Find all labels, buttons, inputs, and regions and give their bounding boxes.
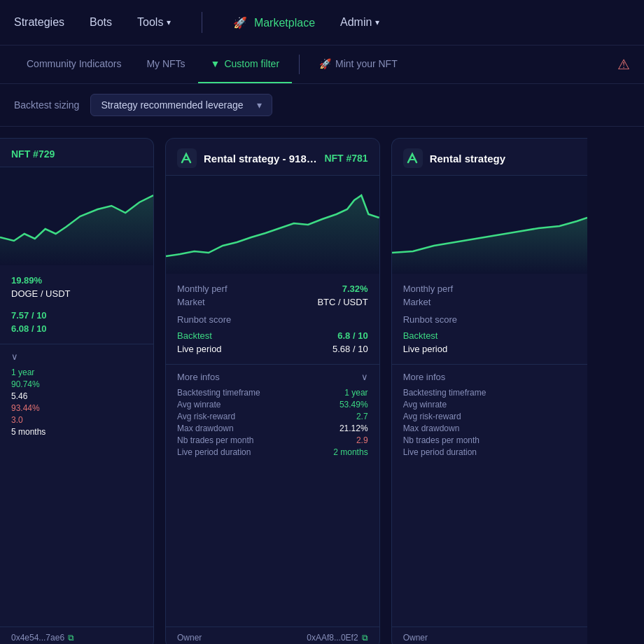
tools-chevron-icon: ▾ [167,18,171,27]
svg-marker-0 [0,195,153,265]
tab-custom-filter[interactable]: ▼ Custom filter [198,46,292,83]
nav-marketplace[interactable]: 🚀 Marketplace [233,16,315,29]
tab-my-nfts[interactable]: My NFTs [134,46,197,83]
left-more-infos-toggle[interactable]: ∨ [0,344,153,368]
center-trades-value: 2.9 [356,435,368,445]
center-owner-address: 0xAAf8...0Ef2 ⧉ [307,633,368,643]
center-runbot-label: Runbot score [177,314,368,325]
left-drawdown: 93.44% [11,403,40,413]
left-stats: 19.89% DOGE / USDT 7.57 / 10 6.08 / 10 [0,265,153,344]
left-copy-icon[interactable]: ⧉ [68,633,74,643]
left-more-infos-body: 1 year 90.74% 5.46 93.44% 3.0 5 months [0,368,153,444]
card-left-header: NFT #729 [0,139,153,167]
warning-icon: ⚠ [617,56,630,73]
left-nft-badge: NFT #729 [11,148,55,160]
nav-bots[interactable]: Bots [90,16,112,29]
admin-chevron-icon: ▾ [375,18,379,27]
left-more-infos-chevron-icon: ∨ [11,351,18,362]
center-more-infos-chevron-icon: ∨ [361,372,368,382]
nav-links: Strategies Bots Tools ▾ 🚀 Marketplace Ad… [14,12,630,33]
mint-rocket-icon: 🚀 [319,58,331,69]
nav-tools[interactable]: Tools ▾ [137,16,171,29]
center-nft-badge: NFT #781 [324,153,368,164]
nav-divider [202,12,202,33]
center-copy-icon[interactable]: ⧉ [362,633,368,643]
left-duration: 5 months [11,427,46,437]
center-winrate-value: 53.49% [340,400,368,410]
center-trades-label: Nb trades per month [177,435,253,445]
center-stats: Monthly perf 7.32% Market BTC / USDT Run… [166,274,379,364]
center-winrate-label: Avg winrate [177,400,220,410]
center-logo-icon [177,148,197,168]
left-owner-address: 0x4e54...7ae6 ⧉ [11,633,74,643]
center-timeframe-value: 1 year [344,388,368,398]
right-backtest-label: Backtest [403,330,438,341]
center-more-infos-label: More infos [177,372,220,382]
right-market-label: Market [403,297,431,307]
navbar: Strategies Bots Tools ▾ 🚀 Marketplace Ad… [0,0,644,46]
marketplace-icon: 🚀 [233,17,247,29]
left-score1: 7.57 / 10 [11,310,47,321]
backtest-chevron-icon: ▾ [257,99,262,111]
center-duration-label: Live period duration [177,447,251,457]
center-rr-label: Avg risk-reward [177,412,235,421]
center-market-label: Market [177,297,205,307]
tab-divider [299,55,300,74]
backtest-sizing-row: Backtest sizing Strategy recommended lev… [0,84,644,127]
left-owner-row: 0x4e54...7ae6 ⧉ [0,626,153,644]
center-owner-row: Owner 0xAAf8...0Ef2 ⧉ [166,626,379,644]
center-card-title: Rental strategy - 918995 [204,153,317,164]
tabs-bar: Community Indicators My NFTs ▼ Custom fi… [0,46,644,84]
right-stats: Monthly perf Market Runbot score Backtes… [392,274,587,364]
left-trades: 3.0 [11,415,23,425]
right-duration-label: Live period duration [403,447,477,457]
center-monthly-value: 7.32% [342,284,368,294]
card-right-partial: Rental strategy Monthly perf Market [391,138,587,644]
right-winrate-label: Avg winrate [403,400,447,410]
right-more-infos-body: Backtesting timeframe Avg winrate Avg ri… [392,388,587,464]
center-live-label: Live period [177,344,222,354]
right-monthly-label: Monthly perf [403,284,454,294]
right-more-infos-label: More infos [403,372,446,382]
center-backtest-score: 6.8 / 10 [337,330,368,341]
right-timeframe-label: Backtesting timeframe [403,388,486,398]
right-chart [392,176,587,274]
left-perf: 19.89% [11,275,42,286]
filter-icon: ▼ [211,58,220,69]
svg-marker-2 [166,195,379,274]
right-live-label: Live period [403,344,448,354]
center-chart [166,176,379,274]
svg-rect-3 [403,148,423,168]
center-rr-value: 2.7 [356,412,368,421]
right-card-header: Rental strategy [392,139,587,176]
right-more-infos-toggle[interactable]: More infos [392,364,587,388]
backtest-sizing-select[interactable]: Strategy recommended leverage ▾ [90,94,272,116]
left-timeframe: 1 year [11,368,34,377]
left-market: DOGE / USDT [11,288,71,299]
right-card-title: Rental strategy [430,153,505,164]
card-left-partial: NFT #729 19.89% DOGE / USDT [0,138,154,644]
tab-mint-nft[interactable]: 🚀 Mint your NFT [307,46,410,83]
left-chart [0,167,153,265]
backtest-sizing-label: Backtest sizing [14,99,79,111]
center-market-value: BTC / USDT [317,297,368,307]
center-owner-label: Owner [177,633,202,643]
center-live-score: 5.68 / 10 [332,344,368,354]
center-monthly-label: Monthly perf [177,284,227,294]
center-duration-value: 2 months [333,447,368,457]
center-drawdown-label: Max drawdown [177,424,234,433]
center-more-infos-body: Backtesting timeframe 1 year Avg winrate… [166,388,379,464]
center-more-infos-toggle[interactable]: More infos ∨ [166,364,379,388]
svg-rect-1 [177,148,197,168]
right-rr-label: Avg risk-reward [403,412,461,421]
left-score2: 6.08 / 10 [11,323,47,334]
left-rr: 5.46 [11,391,27,401]
center-timeframe-label: Backtesting timeframe [177,388,260,398]
tab-community-indicators[interactable]: Community Indicators [14,46,134,83]
nav-strategies[interactable]: Strategies [14,16,64,29]
right-drawdown-label: Max drawdown [403,424,460,433]
nav-admin[interactable]: Admin ▾ [340,16,379,29]
right-logo-icon [403,148,423,168]
right-runbot-label: Runbot score [403,314,576,325]
cards-area: NFT #729 19.89% DOGE / USDT [0,127,644,644]
